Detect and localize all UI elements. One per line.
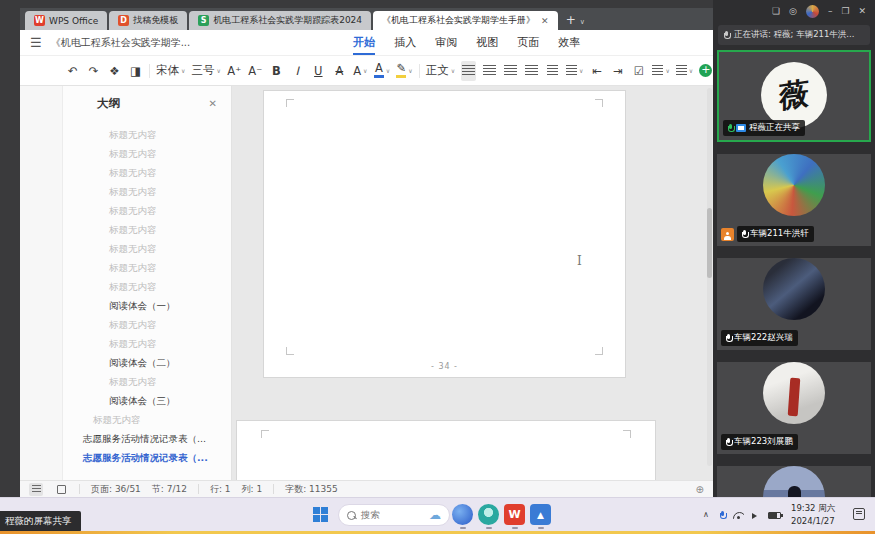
outline-item[interactable]: 阅读体会（三）: [63, 391, 231, 410]
tab-list-chevron-icon[interactable]: ∨: [580, 18, 585, 26]
taskbar-app-wps[interactable]: W: [504, 504, 525, 525]
new-tab-button[interactable]: +: [566, 13, 576, 27]
outline-item[interactable]: 标题无内容: [63, 125, 231, 144]
participant-tile[interactable]: 车辆222常韵: [717, 466, 871, 499]
outline-item[interactable]: 标题无内容: [63, 239, 231, 258]
paragraph-style-select[interactable]: 正文∨: [426, 61, 455, 81]
main-menu-icon[interactable]: ☰: [30, 35, 42, 50]
align-center-icon[interactable]: [482, 61, 497, 81]
outline-item[interactable]: 标题无内容: [63, 220, 231, 239]
italic-icon[interactable]: I: [290, 61, 305, 81]
taskbar-search[interactable]: 搜索 ☁: [338, 504, 450, 526]
toolbar-divider: [149, 64, 150, 78]
notification-center-icon[interactable]: [853, 508, 865, 520]
decrease-indent-icon[interactable]: ⇤: [589, 61, 604, 81]
strikethrough-icon[interactable]: A: [332, 61, 347, 81]
minimize-icon[interactable]: –: [828, 6, 833, 16]
undo-icon[interactable]: ↶: [65, 61, 80, 81]
tray-mic-icon[interactable]: [720, 511, 725, 520]
participant-tile[interactable]: 车辆222赵兴瑞: [717, 258, 871, 350]
tab-docer[interactable]: D 找稿免模板: [109, 11, 187, 30]
outline-item[interactable]: 标题无内容: [63, 201, 231, 220]
outline-list: 标题无内容 标题无内容 标题无内容 标题无内容 标题无内容 标题无内容 标题无内…: [63, 125, 231, 467]
tab-label: 《机电工程系社会实践学期学生手册》: [382, 14, 535, 27]
outline-item[interactable]: 标题无内容: [63, 372, 231, 391]
menu-page[interactable]: 页面: [517, 31, 539, 55]
outline-item[interactable]: 标题无内容: [63, 258, 231, 277]
bold-icon[interactable]: B: [269, 61, 284, 81]
tab-close-icon[interactable]: ✕: [541, 16, 549, 26]
menu-efficiency[interactable]: 效率: [558, 31, 580, 55]
document-page-next[interactable]: [236, 420, 656, 480]
tab-wps-home[interactable]: W WPS Office: [25, 11, 107, 30]
font-name-select[interactable]: 宋体∨: [156, 61, 185, 81]
document-page[interactable]: - 34 -: [263, 90, 626, 378]
status-page-count: 页面: 36/51: [91, 483, 141, 496]
outline-item[interactable]: 标题无内容: [63, 277, 231, 296]
close-icon[interactable]: ✕: [858, 6, 866, 16]
restore-icon[interactable]: ❐: [841, 6, 849, 16]
hidden-icons-chevron[interactable]: ∧: [703, 510, 709, 519]
participant-tile-sharing[interactable]: 薇 程薇正在共享: [717, 50, 871, 142]
checkbox-list-icon[interactable]: ☑: [631, 61, 646, 81]
line-spacing-icon[interactable]: ∨: [566, 61, 583, 81]
text-boundary-mark: [595, 347, 603, 355]
highlight-icon[interactable]: ✎∨: [396, 61, 412, 81]
weather-icon[interactable]: ☁: [429, 508, 441, 522]
clear-format-icon[interactable]: ◨: [128, 61, 143, 81]
menu-review[interactable]: 审阅: [435, 31, 457, 55]
align-right-icon[interactable]: [503, 61, 518, 81]
participant-tile[interactable]: 车辆211牛洪轩: [717, 154, 871, 246]
vertical-scrollbar[interactable]: [707, 88, 712, 466]
outline-view-icon[interactable]: [29, 483, 43, 496]
char-effects-icon[interactable]: A∨: [353, 61, 368, 81]
scrollbar-thumb[interactable]: [707, 208, 712, 278]
increase-indent-icon[interactable]: ⇥: [610, 61, 625, 81]
outline-item[interactable]: 阅读体会（二）: [63, 353, 231, 372]
font-color-icon[interactable]: A∨: [374, 61, 390, 81]
menu-view[interactable]: 视图: [476, 31, 498, 55]
start-menu-button[interactable]: [313, 507, 328, 522]
outline-item[interactable]: 标题无内容: [63, 182, 231, 201]
justify-icon[interactable]: [524, 61, 539, 81]
bullet-list-icon[interactable]: ∨: [652, 61, 669, 81]
taskbar-clock[interactable]: 19:32 周六 2024/1/27: [791, 502, 835, 528]
outline-close-icon[interactable]: ✕: [209, 98, 217, 109]
taskbar-app-docs[interactable]: ▲: [530, 504, 551, 525]
web-tools-icon[interactable]: ⊕: [696, 484, 704, 495]
document-canvas[interactable]: - 34 - I: [232, 86, 713, 480]
outline-item-active[interactable]: 志愿服务活动情况记录表（...: [63, 448, 231, 467]
outline-item[interactable]: 标题无内容: [63, 334, 231, 353]
menu-home[interactable]: 开始: [353, 31, 375, 55]
outline-item[interactable]: 标题无内容: [63, 315, 231, 334]
decrease-font-icon[interactable]: A⁻: [248, 61, 263, 81]
font-size-select[interactable]: 三号∨: [191, 61, 220, 81]
outline-item[interactable]: 标题无内容: [63, 410, 231, 429]
battery-icon[interactable]: [768, 512, 781, 519]
redo-icon[interactable]: ↷: [86, 61, 101, 81]
underline-icon[interactable]: U: [311, 61, 326, 81]
participant-name-badge: 程薇正在共享: [723, 120, 805, 136]
taskbar-app-meeting[interactable]: [478, 504, 499, 525]
tab-student-handbook[interactable]: 《机电工程系社会实践学期学生手册》 ✕: [373, 11, 558, 30]
outline-item[interactable]: 志愿服务活动情况记录表（...: [63, 429, 231, 448]
increase-font-icon[interactable]: A⁺: [227, 61, 242, 81]
outline-item[interactable]: 阅读体会（一）: [63, 296, 231, 315]
menu-insert[interactable]: 插入: [394, 31, 416, 55]
tab-spreadsheet[interactable]: S 机电工程系社会实践学期跟踪表2024: [189, 11, 371, 30]
record-icon[interactable]: ◎: [789, 6, 797, 16]
numbered-list-icon[interactable]: ∨: [676, 61, 693, 81]
speaker-icon[interactable]: [752, 513, 760, 519]
wifi-icon[interactable]: [733, 512, 744, 519]
format-painter-icon[interactable]: ❖: [107, 61, 122, 81]
distribute-icon[interactable]: [545, 61, 560, 81]
outline-item[interactable]: 标题无内容: [63, 144, 231, 163]
page-view-icon[interactable]: [54, 483, 68, 496]
outline-item[interactable]: 标题无内容: [63, 163, 231, 182]
user-avatar[interactable]: [806, 5, 819, 18]
layout-icon[interactable]: ❏: [772, 6, 780, 16]
insert-button[interactable]: + 插入 ∨: [699, 63, 713, 78]
participant-tile[interactable]: 车辆223刘展鹏: [717, 362, 871, 454]
align-left-icon[interactable]: [461, 61, 476, 81]
taskbar-app-browser[interactable]: [452, 504, 473, 525]
